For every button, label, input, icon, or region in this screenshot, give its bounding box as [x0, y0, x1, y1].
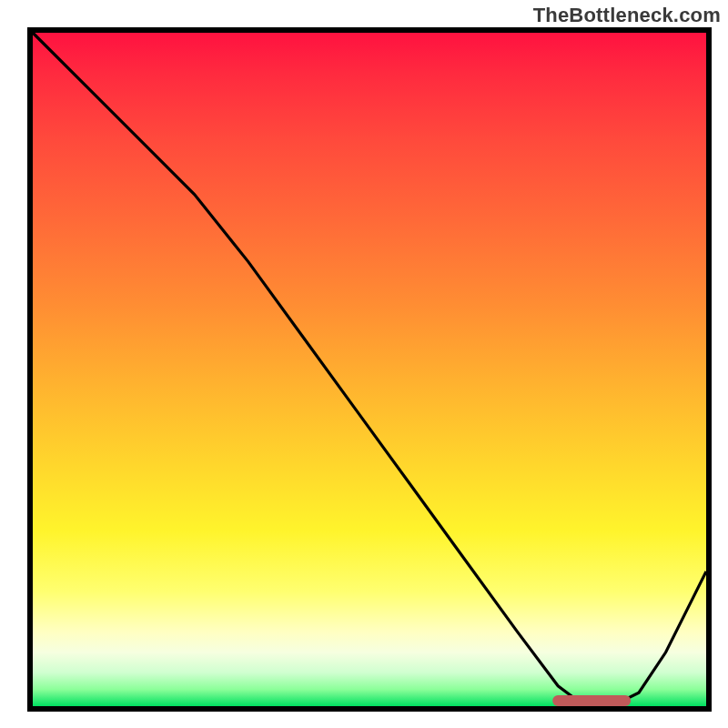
bottleneck-curve [33, 33, 706, 706]
watermark-label: TheBottleneck.com [533, 4, 721, 27]
chart-svg [33, 33, 706, 706]
plot-area [27, 27, 712, 712]
chart-container: TheBottleneck.com [0, 0, 728, 728]
